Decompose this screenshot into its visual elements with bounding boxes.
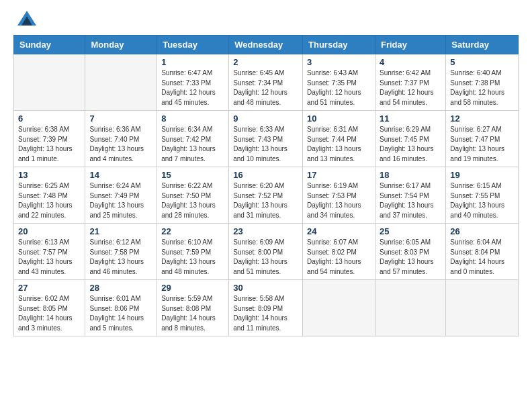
calendar-cell-2-4: 9Sunrise: 6:33 AM Sunset: 7:43 PM Daylig… [229,111,303,167]
day-number: 17 [307,170,371,180]
day-number: 9 [233,113,298,124]
calendar-cell-2-5: 10Sunrise: 6:31 AM Sunset: 7:44 PM Dayli… [303,111,375,167]
day-detail: Sunrise: 6:33 AM Sunset: 7:43 PM Dayligh… [233,125,298,164]
day-number: 16 [233,170,298,180]
day-detail: Sunrise: 6:38 AM Sunset: 7:39 PM Dayligh… [18,125,81,164]
calendar-header-monday: Monday [85,36,157,54]
day-detail: Sunrise: 6:27 AM Sunset: 7:47 PM Dayligh… [450,125,514,164]
calendar-cell-3-4: 16Sunrise: 6:20 AM Sunset: 7:52 PM Dayli… [229,167,303,224]
day-number: 28 [89,283,152,293]
calendar-header-sunday: Sunday [14,36,85,54]
day-detail: Sunrise: 6:17 AM Sunset: 7:54 PM Dayligh… [380,181,441,220]
calendar-header-friday: Friday [375,36,445,54]
day-number: 26 [450,226,514,236]
day-detail: Sunrise: 6:45 AM Sunset: 7:34 PM Dayligh… [233,68,298,107]
day-detail: Sunrise: 5:59 AM Sunset: 8:08 PM Dayligh… [161,294,224,333]
day-number: 15 [161,170,224,180]
calendar-cell-2-7: 12Sunrise: 6:27 AM Sunset: 7:47 PM Dayli… [446,111,519,167]
day-detail: Sunrise: 6:02 AM Sunset: 8:05 PM Dayligh… [18,294,81,333]
day-number: 20 [18,226,81,236]
day-detail: Sunrise: 6:22 AM Sunset: 7:50 PM Dayligh… [161,181,224,220]
calendar-cell-4-6: 25Sunrise: 6:05 AM Sunset: 8:03 PM Dayli… [375,224,445,280]
day-detail: Sunrise: 6:01 AM Sunset: 8:06 PM Dayligh… [89,294,152,333]
calendar-cell-3-1: 13Sunrise: 6:25 AM Sunset: 7:48 PM Dayli… [14,167,85,224]
calendar-week-row-1: 1Sunrise: 6:47 AM Sunset: 7:33 PM Daylig… [14,54,519,111]
calendar-cell-4-3: 22Sunrise: 6:10 AM Sunset: 7:59 PM Dayli… [157,224,229,280]
day-number: 3 [307,57,371,67]
day-detail: Sunrise: 6:19 AM Sunset: 7:53 PM Dayligh… [307,181,371,220]
logo-icon [17,11,36,26]
day-number: 24 [307,226,371,236]
calendar-cell-3-3: 15Sunrise: 6:22 AM Sunset: 7:50 PM Dayli… [157,167,229,224]
day-detail: Sunrise: 6:47 AM Sunset: 7:33 PM Dayligh… [161,68,224,107]
calendar-table: SundayMondayTuesdayWednesdayThursdayFrid… [13,35,519,336]
calendar-cell-4-5: 24Sunrise: 6:07 AM Sunset: 8:02 PM Dayli… [303,224,375,280]
calendar-cell-5-2: 28Sunrise: 6:01 AM Sunset: 8:06 PM Dayli… [85,280,157,336]
calendar-cell-5-6 [375,280,445,336]
day-detail: Sunrise: 6:12 AM Sunset: 7:58 PM Dayligh… [89,238,152,277]
calendar-cell-1-5: 3Sunrise: 6:43 AM Sunset: 7:35 PM Daylig… [303,54,375,111]
day-number: 12 [450,113,514,124]
day-number: 1 [161,57,224,67]
day-number: 11 [380,113,441,124]
calendar-cell-3-6: 18Sunrise: 6:17 AM Sunset: 7:54 PM Dayli… [375,167,445,224]
day-detail: Sunrise: 6:42 AM Sunset: 7:37 PM Dayligh… [380,68,441,107]
calendar-header-tuesday: Tuesday [157,36,229,54]
day-number: 30 [233,283,298,293]
calendar-cell-3-2: 14Sunrise: 6:24 AM Sunset: 7:49 PM Dayli… [85,167,157,224]
day-number: 2 [233,57,298,67]
calendar-cell-1-3: 1Sunrise: 6:47 AM Sunset: 7:33 PM Daylig… [157,54,229,111]
day-detail: Sunrise: 6:25 AM Sunset: 7:48 PM Dayligh… [18,181,81,220]
day-number: 13 [18,170,81,180]
calendar-cell-2-6: 11Sunrise: 6:29 AM Sunset: 7:45 PM Dayli… [375,111,445,167]
day-detail: Sunrise: 6:20 AM Sunset: 7:52 PM Dayligh… [233,181,298,220]
calendar-cell-2-2: 7Sunrise: 6:36 AM Sunset: 7:40 PM Daylig… [85,111,157,167]
calendar-cell-1-7: 5Sunrise: 6:40 AM Sunset: 7:38 PM Daylig… [446,54,519,111]
day-number: 4 [380,57,441,67]
day-number: 21 [89,226,152,236]
day-detail: Sunrise: 6:43 AM Sunset: 7:35 PM Dayligh… [307,68,371,107]
calendar-header-thursday: Thursday [303,36,375,54]
calendar-header-wednesday: Wednesday [229,36,303,54]
day-number: 8 [161,113,224,124]
day-number: 27 [18,283,81,293]
calendar-cell-5-5 [303,280,375,336]
day-detail: Sunrise: 6:15 AM Sunset: 7:55 PM Dayligh… [450,181,514,220]
day-detail: Sunrise: 6:10 AM Sunset: 7:59 PM Dayligh… [161,238,224,277]
header [13,11,519,28]
calendar-cell-5-3: 29Sunrise: 5:59 AM Sunset: 8:08 PM Dayli… [157,280,229,336]
day-number: 5 [450,57,514,67]
calendar-week-row-4: 20Sunrise: 6:13 AM Sunset: 7:57 PM Dayli… [14,224,519,280]
calendar-header-saturday: Saturday [446,36,519,54]
calendar-week-row-3: 13Sunrise: 6:25 AM Sunset: 7:48 PM Dayli… [14,167,519,224]
day-number: 6 [18,113,81,124]
day-detail: Sunrise: 6:24 AM Sunset: 7:49 PM Dayligh… [89,181,152,220]
calendar-cell-4-7: 26Sunrise: 6:04 AM Sunset: 8:04 PM Dayli… [446,224,519,280]
day-number: 10 [307,113,371,124]
calendar-cell-1-4: 2Sunrise: 6:45 AM Sunset: 7:34 PM Daylig… [229,54,303,111]
day-number: 23 [233,226,298,236]
calendar-cell-1-6: 4Sunrise: 6:42 AM Sunset: 7:37 PM Daylig… [375,54,445,111]
day-detail: Sunrise: 6:05 AM Sunset: 8:03 PM Dayligh… [380,238,441,277]
day-detail: Sunrise: 6:09 AM Sunset: 8:00 PM Dayligh… [233,238,298,277]
calendar-cell-5-7 [446,280,519,336]
day-number: 14 [89,170,152,180]
calendar-cell-3-7: 19Sunrise: 6:15 AM Sunset: 7:55 PM Dayli… [446,167,519,224]
calendar-cell-2-1: 6Sunrise: 6:38 AM Sunset: 7:39 PM Daylig… [14,111,85,167]
calendar-header-row: SundayMondayTuesdayWednesdayThursdayFrid… [14,36,519,54]
calendar-cell-4-4: 23Sunrise: 6:09 AM Sunset: 8:00 PM Dayli… [229,224,303,280]
calendar-cell-1-2 [85,54,157,111]
day-detail: Sunrise: 6:07 AM Sunset: 8:02 PM Dayligh… [307,238,371,277]
day-number: 7 [89,113,152,124]
calendar-week-row-5: 27Sunrise: 6:02 AM Sunset: 8:05 PM Dayli… [14,280,519,336]
day-detail: Sunrise: 6:34 AM Sunset: 7:42 PM Dayligh… [161,125,224,164]
day-detail: Sunrise: 6:13 AM Sunset: 7:57 PM Dayligh… [18,238,81,277]
day-number: 25 [380,226,441,236]
logo [13,11,38,28]
page: SundayMondayTuesdayWednesdayThursdayFrid… [0,0,532,347]
calendar-cell-4-1: 20Sunrise: 6:13 AM Sunset: 7:57 PM Dayli… [14,224,85,280]
calendar-week-row-2: 6Sunrise: 6:38 AM Sunset: 7:39 PM Daylig… [14,111,519,167]
calendar-cell-5-4: 30Sunrise: 5:58 AM Sunset: 8:09 PM Dayli… [229,280,303,336]
day-detail: Sunrise: 6:31 AM Sunset: 7:44 PM Dayligh… [307,125,371,164]
day-detail: Sunrise: 5:58 AM Sunset: 8:09 PM Dayligh… [233,294,298,333]
